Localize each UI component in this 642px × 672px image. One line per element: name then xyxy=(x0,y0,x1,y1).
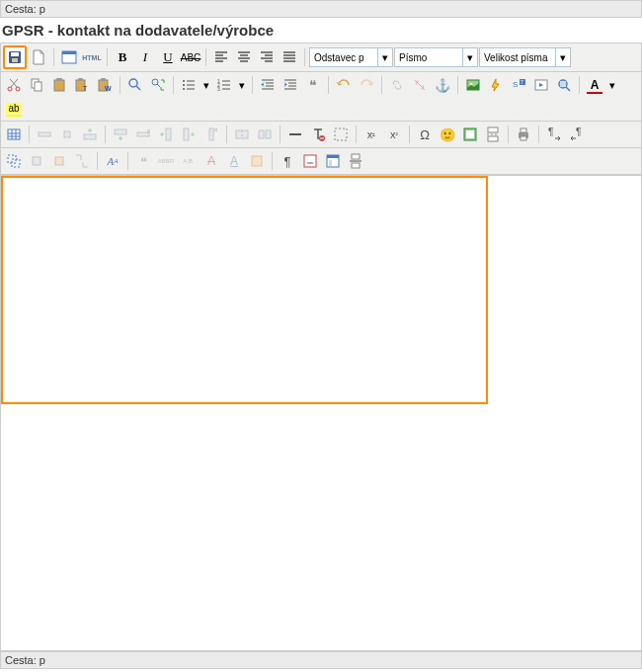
svg-rect-2 xyxy=(12,58,18,62)
insert-row-after-button[interactable] xyxy=(110,124,131,145)
media-button[interactable] xyxy=(530,74,552,96)
toolbar-row-3: x₂ x² Ω 🙂 ¶ ¶ xyxy=(0,122,642,148)
iframe-button[interactable] xyxy=(459,124,481,145)
merge-cells-button[interactable] xyxy=(254,124,276,145)
html-button[interactable]: HTML xyxy=(81,46,103,68)
format-select[interactable]: Odstavec p▾ xyxy=(309,47,393,67)
fullscreen-button[interactable] xyxy=(58,46,80,68)
align-left-button[interactable] xyxy=(210,46,232,68)
bg-color-button[interactable]: ab xyxy=(3,97,25,119)
bullet-list-menu[interactable]: ▾ xyxy=(201,74,212,96)
ltr-button[interactable]: ¶ xyxy=(543,124,565,145)
styleprops-button[interactable]: AA xyxy=(102,150,123,172)
spellcheck-button[interactable]: S7 xyxy=(508,74,529,96)
find-button[interactable] xyxy=(124,74,146,96)
split-cells-button[interactable] xyxy=(231,124,253,145)
chevron-down-icon: ▾ xyxy=(463,47,478,67)
superscript-button[interactable]: x² xyxy=(383,124,405,145)
insert-col-before-button[interactable] xyxy=(155,124,177,145)
paste-word-button[interactable]: W xyxy=(94,74,116,96)
svg-rect-15 xyxy=(101,78,106,81)
insert-row-before-button[interactable] xyxy=(79,124,101,145)
template-button[interactable] xyxy=(322,150,344,172)
acronym-button[interactable]: A.B. xyxy=(178,150,200,172)
svg-rect-37 xyxy=(115,129,126,134)
layer-absolute-button[interactable] xyxy=(71,150,93,172)
numbered-list-menu[interactable]: ▾ xyxy=(236,74,248,96)
align-right-button[interactable] xyxy=(256,46,278,68)
ins-button[interactable]: A xyxy=(223,150,245,172)
subscript-button[interactable]: x₂ xyxy=(361,124,382,145)
align-center-button[interactable] xyxy=(233,46,255,68)
svg-point-19 xyxy=(183,80,185,82)
link-button[interactable] xyxy=(386,74,408,96)
strikethrough-button[interactable]: ABC xyxy=(180,46,201,68)
font-select[interactable]: Písmo▾ xyxy=(394,47,478,67)
underline-button[interactable]: U xyxy=(157,46,179,68)
visual-aid-button[interactable] xyxy=(330,124,352,145)
special-char-button[interactable]: Ω xyxy=(414,124,436,145)
editor-content-area[interactable] xyxy=(0,175,642,651)
undo-button[interactable] xyxy=(333,74,355,96)
delete-row-button[interactable] xyxy=(132,124,154,145)
paste-text-button[interactable]: T xyxy=(71,74,93,96)
svg-point-17 xyxy=(129,79,137,87)
image-button[interactable] xyxy=(462,74,484,96)
del-button[interactable]: A xyxy=(201,150,222,172)
svg-rect-41 xyxy=(209,128,213,140)
nbsp-button[interactable] xyxy=(299,150,321,172)
layer-backward-button[interactable] xyxy=(48,150,70,172)
visualchars-button[interactable]: ¶ xyxy=(277,150,298,172)
save-button[interactable] xyxy=(3,45,27,69)
svg-point-20 xyxy=(183,84,185,86)
redo-button[interactable] xyxy=(356,74,377,96)
outdent-button[interactable] xyxy=(257,74,279,96)
print-button[interactable] xyxy=(513,124,534,145)
insert-col-after-button[interactable] xyxy=(178,124,200,145)
attribs-button[interactable] xyxy=(246,150,268,172)
svg-text:7: 7 xyxy=(521,79,523,85)
unlink-button[interactable] xyxy=(409,74,431,96)
preview-button[interactable] xyxy=(553,74,575,96)
font-size-select[interactable]: Velikost písma▾ xyxy=(479,47,571,67)
rtl-button[interactable]: ¶ xyxy=(566,124,588,145)
indent-button[interactable] xyxy=(280,74,301,96)
pagebreak2-button[interactable] xyxy=(345,150,366,172)
numbered-list-button[interactable]: 123 xyxy=(213,74,235,96)
svg-point-21 xyxy=(183,88,185,90)
blockquote-button[interactable]: ❝ xyxy=(302,74,324,96)
svg-text:3: 3 xyxy=(217,86,220,92)
abbr-button[interactable]: ABBR xyxy=(155,150,177,172)
bold-button[interactable]: B xyxy=(112,46,133,68)
text-color-button[interactable]: A xyxy=(584,74,605,96)
svg-rect-60 xyxy=(252,156,262,166)
table-button[interactable] xyxy=(3,124,25,145)
cut-button[interactable] xyxy=(3,74,25,96)
delete-col-button[interactable] xyxy=(201,124,222,145)
emoticon-button[interactable]: 🙂 xyxy=(437,124,458,145)
new-document-button[interactable] xyxy=(28,46,49,68)
svg-rect-61 xyxy=(304,155,316,167)
anchor-button[interactable]: ⚓ xyxy=(432,74,453,96)
cell-props-button[interactable] xyxy=(56,124,78,145)
text-color-menu[interactable]: ▾ xyxy=(606,74,618,96)
replace-button[interactable] xyxy=(147,74,169,96)
cleanup-button[interactable] xyxy=(485,74,507,96)
svg-text:S: S xyxy=(513,80,518,89)
italic-button[interactable]: I xyxy=(134,46,156,68)
align-justify-button[interactable] xyxy=(279,46,300,68)
remove-format-button[interactable] xyxy=(307,124,329,145)
cite-button[interactable]: ❝ xyxy=(132,150,154,172)
hr-button[interactable] xyxy=(284,124,306,145)
row-props-button[interactable] xyxy=(34,124,55,145)
bullet-list-button[interactable] xyxy=(178,74,200,96)
svg-rect-33 xyxy=(8,129,20,139)
svg-rect-52 xyxy=(521,128,526,132)
layer-forward-button[interactable] xyxy=(26,150,47,172)
paste-button[interactable] xyxy=(48,74,70,96)
svg-rect-53 xyxy=(521,136,526,140)
copy-button[interactable] xyxy=(26,74,47,96)
layer-button[interactable] xyxy=(3,150,25,172)
chevron-down-icon: ▾ xyxy=(378,47,393,67)
pagebreak-button[interactable] xyxy=(482,124,504,145)
